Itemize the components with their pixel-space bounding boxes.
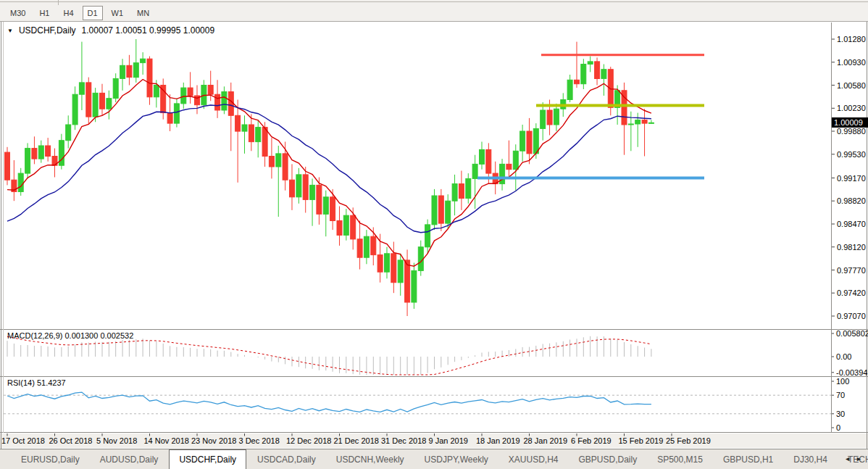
candle-body xyxy=(141,59,146,62)
macd-axis-label: 0.005802 xyxy=(836,329,868,338)
candle-body xyxy=(310,185,315,199)
chart-title-symbol: USDCHF,Daily xyxy=(19,25,76,36)
symbol-dropdown-icon[interactable]: ▼ xyxy=(7,28,13,34)
date-axis-label: 31 Dec 2018 xyxy=(381,436,426,445)
symbol-tab-gbpusd-daily[interactable]: GBPUSD,Daily xyxy=(569,449,647,469)
symbol-tab-usdchf-daily[interactable]: USDCHF,Daily xyxy=(169,449,246,469)
candle-body xyxy=(533,128,538,154)
timeframe-button-mn[interactable]: MN xyxy=(132,6,154,20)
candle-body xyxy=(330,197,335,221)
candle-body xyxy=(167,113,172,124)
candle-body xyxy=(296,175,301,197)
candle-body xyxy=(66,125,71,141)
symbol-tab-usdcnh-weekly[interactable]: USDCNH,Weekly xyxy=(327,449,414,469)
price-axis-label: 0.98820 xyxy=(837,196,866,205)
candle-body xyxy=(161,86,166,113)
price-axis-label: 0.97070 xyxy=(837,312,866,320)
symbol-tab-bar: EURUSD,DailyAUDUSD,DailyUSDCHF,DailyUSDC… xyxy=(0,449,868,469)
candle-body xyxy=(547,110,552,125)
candle-body xyxy=(317,185,322,214)
candle-body xyxy=(100,93,105,109)
candle-body xyxy=(269,157,274,167)
price-axis-label: 1.00230 xyxy=(837,104,866,112)
symbol-tab-audusd-daily[interactable]: AUDUSD,Daily xyxy=(91,449,168,469)
price-axis-label: 1.00930 xyxy=(837,58,866,67)
price-axis: 1.012801.009301.005801.002300.998800.995… xyxy=(832,35,866,320)
candle-body xyxy=(127,65,132,77)
tab-scroll-left-button[interactable]: ◄ xyxy=(844,455,851,462)
candle-body xyxy=(5,152,10,180)
chart-canvas[interactable]: 1.012801.009301.005801.002300.998800.995… xyxy=(0,22,868,449)
symbol-tab-dj30-h4[interactable]: DJ30,H4 xyxy=(784,449,837,469)
macd-histogram xyxy=(7,336,651,375)
candle-body xyxy=(18,173,23,191)
timeframe-button-h1[interactable]: H1 xyxy=(34,6,54,20)
candle-body xyxy=(174,104,179,123)
timeframe-toolbar: M30H1H4D1W1MN xyxy=(0,5,868,22)
timeframe-button-w1[interactable]: W1 xyxy=(107,6,129,20)
date-axis-label: 14 Nov 2018 xyxy=(144,436,189,445)
symbol-tab-xauusd-h4[interactable]: XAUUSD,H4 xyxy=(499,449,568,469)
price-axis-label: 0.98470 xyxy=(837,220,866,228)
date-axis-label: 6 Feb 2019 xyxy=(571,436,612,445)
tab-scroll-right-button[interactable]: ► xyxy=(856,455,862,462)
date-axis-label: 18 Jan 2019 xyxy=(476,436,520,445)
candle-body xyxy=(486,149,491,173)
rsi-axis: 10070300 xyxy=(832,377,849,432)
candle-body xyxy=(595,62,600,79)
candle-body xyxy=(432,196,437,225)
date-axis-label: 25 Feb 2019 xyxy=(666,436,711,445)
candle-body xyxy=(628,124,633,125)
candle-body xyxy=(276,154,281,167)
symbol-tab-sp500-m15[interactable]: SP500,M15 xyxy=(648,449,712,469)
candle-body xyxy=(371,236,376,254)
candle-body xyxy=(337,220,342,235)
candle-body xyxy=(472,164,477,178)
symbol-tab-usdjpy-weekly[interactable]: USDJPY,Weekly xyxy=(415,449,498,469)
candle-body xyxy=(438,196,443,223)
candle-body xyxy=(290,180,295,197)
chart-area[interactable]: 1.012801.009301.005801.002300.998800.995… xyxy=(0,22,868,449)
timeframe-button-h4[interactable]: H4 xyxy=(58,6,78,20)
candle-body xyxy=(283,154,288,180)
price-axis-label: 0.99880 xyxy=(837,127,866,136)
candle-body xyxy=(249,125,254,142)
candle-body xyxy=(601,70,606,79)
macd-signal-line xyxy=(7,336,651,375)
candle-body xyxy=(188,88,193,96)
date-axis-label: 26 Oct 2018 xyxy=(49,436,93,445)
candle-body xyxy=(581,65,586,84)
rsi-axis-label: 70 xyxy=(836,391,845,399)
pane-borders xyxy=(0,22,868,449)
candle-body xyxy=(120,65,125,78)
timeframe-button-d1[interactable]: D1 xyxy=(83,6,103,20)
candle-body xyxy=(46,146,51,157)
date-axis-label: 15 Feb 2019 xyxy=(619,436,664,445)
symbol-tab-eurusd-daily[interactable]: EURUSD,Daily xyxy=(12,449,89,469)
candle-body xyxy=(25,149,30,174)
candle-body xyxy=(391,254,396,283)
date-axis-label: 23 Nov 2018 xyxy=(191,436,236,445)
candle-body xyxy=(235,115,241,131)
date-axis-label: 12 Dec 2018 xyxy=(286,436,331,445)
tab-scroll-buttons: ◄ ► xyxy=(844,449,865,469)
candle-body xyxy=(93,93,98,117)
price-axis-label: 0.97770 xyxy=(837,266,866,275)
price-axis-label: 0.97420 xyxy=(837,289,866,297)
candle-body xyxy=(32,149,37,159)
top-toolbar-edge xyxy=(0,0,868,5)
candle-body xyxy=(405,260,410,302)
candle-body xyxy=(351,215,356,239)
symbol-tab-usdcad-daily[interactable]: USDCAD,Daily xyxy=(248,449,325,469)
date-axis-label: 5 Nov 2018 xyxy=(96,436,137,445)
price-axis-label: 1.01280 xyxy=(837,35,866,43)
macd-axis-label: -0.003945 xyxy=(836,368,868,377)
top-toolbar-divider xyxy=(0,1,868,2)
symbol-tab-gbpusd-h1[interactable]: GBPUSD,H1 xyxy=(714,449,783,469)
candle-body xyxy=(357,239,362,257)
timeframe-button-m30[interactable]: M30 xyxy=(5,6,30,20)
candle-body xyxy=(256,128,261,142)
candle-body xyxy=(452,184,457,202)
candle-body xyxy=(147,59,152,97)
candle-body xyxy=(588,62,593,65)
